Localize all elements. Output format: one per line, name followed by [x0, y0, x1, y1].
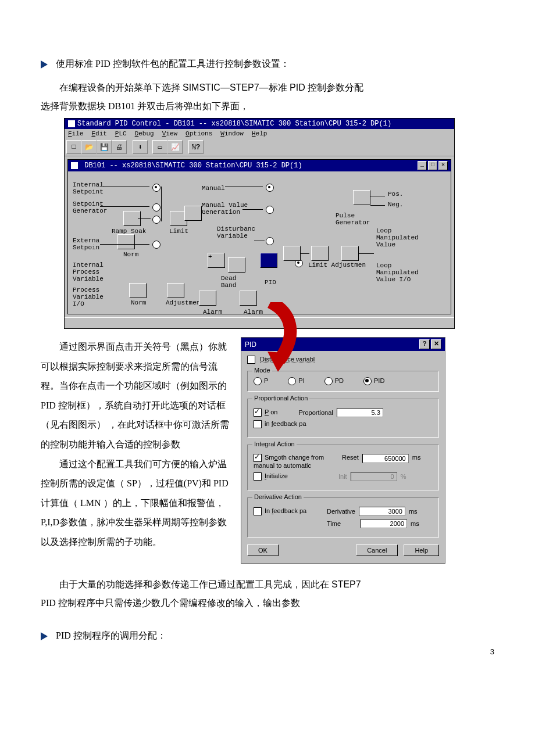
deriv-unit: ms [409, 508, 418, 515]
reset-label: Reset [342, 454, 359, 461]
init-value-input: 0 [351, 472, 397, 481]
bullet2-text: PID 控制程序的调用分配： [56, 630, 166, 642]
box-alarm1[interactable] [199, 291, 216, 306]
radio-p[interactable]: P [254, 377, 268, 385]
help-button[interactable]: ? [419, 339, 430, 349]
box-pid[interactable] [260, 253, 277, 268]
max-button[interactable]: □ [428, 161, 437, 170]
menu-plc[interactable]: PLC [115, 130, 127, 137]
lbl-limit: Limit [169, 228, 188, 235]
box-limit[interactable] [311, 246, 329, 261]
tb-save[interactable]: 💾 [97, 140, 112, 154]
min-button[interactable]: _ [418, 161, 427, 170]
inner-title-text: DB101 -- xs20818\SIMATIC 300 Station\CPU… [84, 162, 302, 170]
box-sum2[interactable] [283, 246, 301, 261]
box-pulse[interactable] [353, 190, 370, 205]
lbl-pos: Pos. [388, 191, 403, 198]
box-sum1[interactable]: + [208, 253, 225, 268]
deriv-value-input[interactable]: 3000 [359, 507, 405, 516]
group-integral: Integral Action Smooth change from manua… [247, 445, 439, 490]
prop-value-input[interactable]: 5.3 [337, 408, 383, 417]
close-button[interactable]: ✕ [438, 161, 448, 170]
chk-p-feedback[interactable]: in feedback pa [254, 420, 306, 428]
time-label: Time [327, 520, 341, 527]
radio-pd[interactable]: PD [324, 377, 344, 385]
tb-open[interactable]: 📂 [81, 140, 97, 154]
time-value-input[interactable]: 2000 [361, 519, 407, 528]
lbl-alarm1: Alarm [203, 309, 222, 316]
chk-smooth[interactable]: Smooth change from manual to automatic [254, 454, 335, 469]
page-number: 3 [490, 647, 494, 656]
chk-initialize[interactable]: Initialize [254, 472, 335, 481]
inner-window: DB101 -- xs20818\SIMATIC 300 Station\CPU… [67, 159, 451, 314]
tb-monitor[interactable]: ▭ [152, 140, 167, 154]
close-icon[interactable]: ✕ [431, 339, 441, 349]
txt-p1b: SIMSTIC—STEP7—标准 PID 控制参数分配 [183, 83, 363, 92]
txt-p1a: 在编程设备的开始菜单下选择 [59, 83, 183, 92]
help-button-dlg[interactable]: Help [404, 544, 439, 556]
para-db101: 选择背景数据块 DB101 并双击后将弹出如下界面， [41, 97, 494, 116]
chk-d-feedback[interactable]: In feedback pa [254, 507, 323, 515]
reset-unit: ms [412, 454, 421, 461]
menu-view[interactable]: View [162, 130, 177, 137]
menu-debug[interactable]: Debug [135, 130, 154, 137]
lbl-adjustmen: Adjustmen [166, 299, 200, 306]
bullet-pid-call: PID 控制程序的调用分配： [41, 630, 494, 642]
group-mode: Mode P PI PD PID [247, 371, 439, 392]
tb-help[interactable]: ℕ? [188, 140, 204, 154]
box-adjust[interactable] [341, 246, 359, 261]
integral-title: Integral Action [252, 440, 297, 447]
chk-p-on[interactable]: P on [254, 409, 277, 417]
menu-edit[interactable]: Edit [91, 130, 106, 137]
radio-pid[interactable]: PID [363, 377, 384, 385]
menu-window[interactable]: Window [220, 130, 244, 137]
bullet-icon-2 [41, 632, 48, 640]
lbl-man-val-gen: Manual Value Generation [202, 202, 248, 216]
para-tail1: 由于大量的功能选择和参数传递工作已通过配置工具完成，因此在 STEP7 [41, 575, 494, 594]
lbl-process-io: Process Variable I/O [73, 286, 104, 307]
dialog-pid: PID ? ✕ Disturbance variabl Mode P PI PD [241, 337, 445, 564]
box-deadband[interactable] [228, 257, 245, 273]
radio-ramp[interactable] [152, 216, 160, 224]
title-text: Standard PID Control - DB101 -- xs20818\… [77, 120, 391, 128]
window-pid-config: Standard PID Control - DB101 -- xs20818\… [64, 118, 455, 329]
menu-help[interactable]: Help [252, 130, 267, 137]
tb-new[interactable]: □ [66, 140, 81, 154]
deriv-label: Derivative [327, 508, 355, 515]
radio-man-gen[interactable] [266, 206, 274, 214]
lbl-manual: Manual [202, 185, 225, 192]
radio-disturbance[interactable] [266, 237, 274, 245]
radio-setpoint-gen[interactable] [152, 203, 160, 212]
radio-ext-sp[interactable] [152, 241, 160, 249]
menu-file[interactable]: FFileile [68, 130, 83, 137]
bullet-icon [41, 60, 48, 69]
lbl-pulse-gen: Pulse Generator [336, 212, 370, 226]
box-norm-pv[interactable] [129, 283, 147, 298]
para-startmenu: 在编程设备的开始菜单下选择 SIMSTIC—STEP7—标准 PID 控制参数分… [41, 78, 494, 97]
titlebar: Standard PID Control - DB101 -- xs20818\… [65, 119, 454, 129]
ok-button[interactable]: OK [247, 544, 279, 556]
cancel-button[interactable]: Cancel [356, 544, 398, 556]
box-man-gen[interactable] [184, 206, 202, 221]
menu-options[interactable]: Options [186, 130, 212, 137]
inner-title: DB101 -- xs20818\SIMATIC 300 Station\CPU… [68, 160, 451, 171]
group-prop: Proportional Action P on Proportional 5.… [247, 399, 439, 438]
txt-p2a: 选择背景数据块 [41, 101, 108, 111]
lbl-neg: Neg. [388, 201, 403, 208]
tb-download[interactable]: ⬇ [133, 140, 148, 154]
app-icon [68, 120, 75, 127]
reset-value-input[interactable]: 650000 [362, 454, 409, 463]
radio-pi[interactable]: PI [288, 377, 304, 385]
bullet1-text: 使用标准 PID 控制软件包的配置工具进行控制参数设置： [56, 58, 290, 70]
tb-print[interactable]: 🖨 [112, 140, 127, 154]
box-norm-sp[interactable] [117, 234, 135, 249]
deriv-title: Derivative Action [252, 493, 304, 500]
radio-manual[interactable] [266, 184, 274, 192]
init-label: Init [338, 473, 347, 480]
lbl-loop-manip: Loop Manipulated Value [376, 227, 419, 248]
tb-chart[interactable]: 📈 [167, 140, 183, 154]
lbl-int-pv: Internal Process Variable [73, 261, 104, 282]
box-adj-pv[interactable] [167, 283, 184, 298]
radio-int-setpoint[interactable] [152, 184, 160, 192]
lbl-deadband: Dead Band [221, 275, 236, 289]
